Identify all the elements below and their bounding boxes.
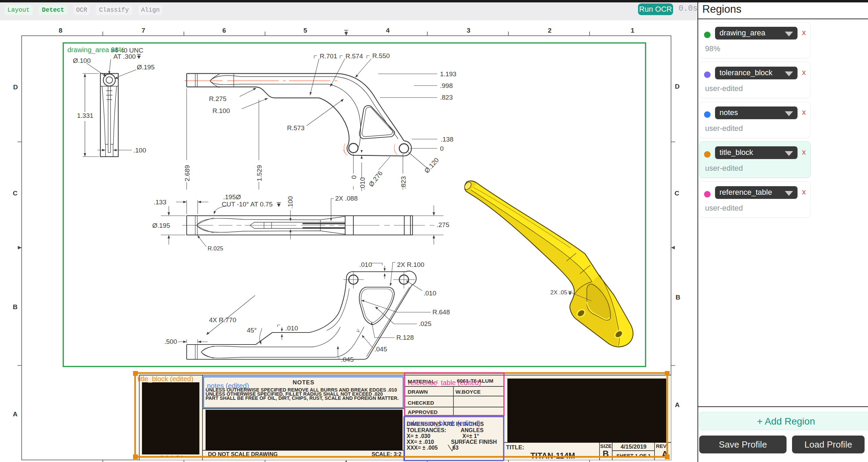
svg-text:.275: .275 bbox=[437, 221, 449, 228]
svg-text:ANGLES: ANGLES bbox=[461, 427, 484, 433]
svg-text:2: 2 bbox=[548, 27, 552, 34]
svg-text:R.275: R.275 bbox=[209, 95, 227, 102]
svg-text:3: 3 bbox=[467, 27, 471, 34]
svg-text:W.BOYCE: W.BOYCE bbox=[455, 389, 481, 395]
svg-text:TOLERANCES:: TOLERANCES: bbox=[407, 427, 446, 433]
svg-text:2X .088: 2X .088 bbox=[335, 195, 358, 202]
svg-text:REV: REV bbox=[656, 443, 667, 449]
svg-text:Ø.120: Ø.120 bbox=[423, 156, 440, 174]
svg-text:title_block (edited): title_block (edited) bbox=[138, 375, 193, 383]
svg-text:.500: .500 bbox=[164, 338, 177, 345]
svg-text:PART SHALL BE FREE OF OIL, DIR: PART SHALL BE FREE OF OIL, DIRT, CHIPS, … bbox=[206, 395, 399, 401]
svg-text:R.025: R.025 bbox=[208, 245, 223, 252]
svg-text:SURFACE FINISH: SURFACE FINISH bbox=[451, 439, 497, 445]
svg-text:drawing_area 98%: drawing_area 98% bbox=[67, 46, 125, 54]
svg-text:APPROVED: APPROVED bbox=[408, 409, 438, 415]
svg-text:CUT -10° AT 0.75: CUT -10° AT 0.75 bbox=[222, 201, 273, 208]
svg-text:XX= ± .010: XX= ± .010 bbox=[407, 439, 434, 445]
svg-text:X=± 1°: X=± 1° bbox=[462, 433, 479, 439]
svg-text:.100: .100 bbox=[133, 147, 146, 154]
svg-text:1.331: 1.331 bbox=[77, 112, 94, 119]
svg-text:.010: .010 bbox=[359, 261, 372, 268]
svg-text:notes (edited): notes (edited) bbox=[207, 382, 249, 390]
svg-text:8: 8 bbox=[59, 27, 63, 34]
svg-text:4: 4 bbox=[386, 27, 390, 34]
svg-text:R.701: R.701 bbox=[320, 53, 337, 60]
svg-text:1.529: 1.529 bbox=[256, 165, 263, 181]
svg-text:tolerance_block (edited): tolerance_block (edited) bbox=[407, 419, 480, 427]
svg-text:.100: .100 bbox=[287, 196, 294, 209]
svg-text:.133: .133 bbox=[154, 199, 166, 206]
svg-text:0: 0 bbox=[350, 175, 358, 179]
svg-text:.010: .010 bbox=[285, 325, 298, 332]
svg-text:Ø.276: Ø.276 bbox=[367, 170, 384, 188]
svg-text:C: C bbox=[13, 190, 18, 197]
svg-text:Ø.100: Ø.100 bbox=[73, 57, 91, 64]
svg-text:R.573: R.573 bbox=[287, 124, 305, 132]
svg-text:1.193: 1.193 bbox=[440, 70, 457, 78]
svg-text:SIZE: SIZE bbox=[600, 443, 612, 449]
svg-text:DRAWN: DRAWN bbox=[408, 389, 428, 395]
svg-text:6: 6 bbox=[222, 27, 226, 34]
svg-text:AT .300: AT .300 bbox=[113, 53, 136, 60]
svg-text:R.574: R.574 bbox=[345, 53, 363, 60]
svg-text:X= ± .030: X= ± .030 bbox=[407, 433, 430, 439]
svg-text:A: A bbox=[675, 401, 680, 408]
svg-text:2.689: 2.689 bbox=[184, 165, 191, 181]
svg-text:XXX= ± .005: XXX= ± .005 bbox=[407, 445, 438, 451]
svg-text:.823: .823 bbox=[440, 94, 453, 101]
svg-text:1: 1 bbox=[631, 27, 635, 34]
svg-text:B: B bbox=[675, 294, 680, 301]
svg-text:.998: .998 bbox=[440, 82, 453, 89]
svg-text:B: B bbox=[13, 303, 18, 311]
svg-text:.010: .010 bbox=[359, 177, 366, 190]
svg-text:.025: .025 bbox=[419, 320, 431, 327]
svg-text:CHECKED: CHECKED bbox=[408, 400, 434, 406]
svg-text:R.100: R.100 bbox=[212, 107, 230, 114]
svg-text:Ø.195: Ø.195 bbox=[137, 64, 155, 71]
svg-text:.045: .045 bbox=[341, 356, 354, 363]
svg-text:Ø.195: Ø.195 bbox=[152, 222, 170, 229]
svg-text:.010: .010 bbox=[424, 290, 436, 297]
svg-text:NOTES: NOTES bbox=[293, 379, 315, 386]
svg-text:TITLE:: TITLE: bbox=[506, 444, 524, 451]
svg-text:4X R.770: 4X R.770 bbox=[209, 316, 236, 324]
svg-text:7: 7 bbox=[142, 27, 145, 34]
svg-text:45°: 45° bbox=[247, 327, 257, 334]
svg-text:0: 0 bbox=[440, 145, 444, 152]
svg-text:.823: .823 bbox=[400, 176, 407, 189]
svg-text:R.648: R.648 bbox=[432, 308, 450, 316]
svg-text:D: D bbox=[13, 83, 18, 91]
svg-text:TITAN-114M: TITAN-114M bbox=[530, 451, 575, 460]
svg-text:2X R.100: 2X R.100 bbox=[397, 261, 424, 268]
svg-text:.138: .138 bbox=[441, 136, 453, 143]
svg-text:D: D bbox=[675, 83, 680, 90]
svg-text:.195Ø: .195Ø bbox=[223, 193, 241, 201]
svg-text:R.550: R.550 bbox=[372, 52, 390, 59]
svg-text:A: A bbox=[13, 410, 18, 418]
svg-text:R.128: R.128 bbox=[396, 334, 414, 341]
svg-text:2X .05: 2X .05 bbox=[550, 289, 567, 296]
svg-text:.045: .045 bbox=[374, 346, 387, 353]
svg-text:C: C bbox=[674, 190, 679, 197]
svg-text:reference_table (edited): reference_table (edited) bbox=[408, 379, 481, 387]
svg-text:5: 5 bbox=[304, 27, 307, 34]
svg-text:4/15/2019: 4/15/2019 bbox=[620, 443, 647, 450]
